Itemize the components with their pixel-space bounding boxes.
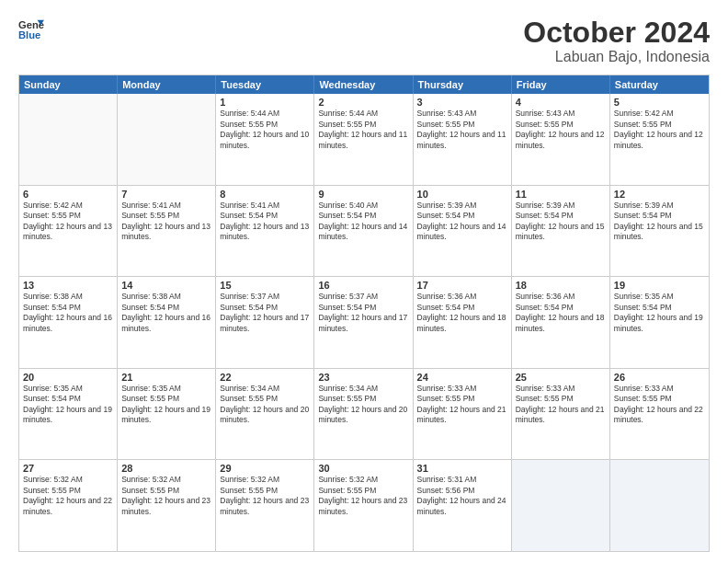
sunset-4: Sunset: 5:55 PM — [516, 120, 606, 130]
day-number-11: 11 — [516, 189, 606, 200]
sunrise-2: Sunrise: 5:44 AM — [318, 109, 408, 119]
cell-info-2: Sunrise: 5:44 AMSunset: 5:55 PMDaylight:… — [318, 109, 408, 151]
sunrise-5: Sunrise: 5:42 AM — [614, 109, 705, 119]
sunset-6: Sunset: 5:55 PM — [23, 211, 113, 221]
sunrise-24: Sunrise: 5:33 AM — [417, 384, 507, 394]
cell-info-9: Sunrise: 5:40 AMSunset: 5:54 PMDaylight:… — [318, 201, 408, 243]
sunrise-9: Sunrise: 5:40 AM — [318, 201, 408, 211]
sunset-24: Sunset: 5:55 PM — [417, 394, 507, 404]
daylight-28: Daylight: 12 hours and 23 minutes. — [121, 496, 211, 517]
day-23: 23Sunrise: 5:34 AMSunset: 5:55 PMDayligh… — [314, 369, 413, 460]
day-number-15: 15 — [220, 280, 310, 291]
day-number-12: 12 — [614, 189, 705, 200]
day-21: 21Sunrise: 5:35 AMSunset: 5:55 PMDayligh… — [118, 369, 216, 460]
day-number-5: 5 — [614, 97, 705, 108]
day-14: 14Sunrise: 5:38 AMSunset: 5:54 PMDayligh… — [118, 277, 216, 368]
cell-info-16: Sunrise: 5:37 AMSunset: 5:54 PMDaylight:… — [318, 292, 408, 334]
sunset-31: Sunset: 5:56 PM — [417, 486, 507, 496]
day-11: 11Sunrise: 5:39 AMSunset: 5:54 PMDayligh… — [512, 186, 610, 277]
week-5: 27Sunrise: 5:32 AMSunset: 5:55 PMDayligh… — [19, 460, 709, 551]
sunrise-12: Sunrise: 5:39 AM — [614, 201, 705, 211]
cell-info-26: Sunrise: 5:33 AMSunset: 5:55 PMDaylight:… — [614, 384, 705, 426]
logo-icon: General Blue — [18, 17, 44, 42]
daylight-11: Daylight: 12 hours and 15 minutes. — [516, 222, 606, 243]
day-12: 12Sunrise: 5:39 AMSunset: 5:54 PMDayligh… — [610, 186, 709, 277]
day-number-8: 8 — [220, 189, 310, 200]
cell-info-3: Sunrise: 5:43 AMSunset: 5:55 PMDaylight:… — [417, 109, 507, 151]
cell-info-4: Sunrise: 5:43 AMSunset: 5:55 PMDaylight:… — [516, 109, 606, 151]
day-number-3: 3 — [417, 97, 507, 108]
day-27: 27Sunrise: 5:32 AMSunset: 5:55 PMDayligh… — [19, 460, 118, 551]
daylight-3: Daylight: 12 hours and 11 minutes. — [417, 130, 507, 151]
day-20: 20Sunrise: 5:35 AMSunset: 5:54 PMDayligh… — [19, 369, 118, 460]
day-10: 10Sunrise: 5:39 AMSunset: 5:54 PMDayligh… — [414, 186, 512, 277]
page: General Blue General Blue October 2024 L… — [0, 0, 728, 563]
day-number-31: 31 — [417, 463, 507, 474]
sunset-13: Sunset: 5:54 PM — [23, 303, 113, 313]
daylight-14: Daylight: 12 hours and 16 minutes. — [121, 313, 211, 334]
sunrise-26: Sunrise: 5:33 AM — [614, 384, 705, 394]
cell-info-12: Sunrise: 5:39 AMSunset: 5:54 PMDaylight:… — [614, 201, 705, 243]
day-25: 25Sunrise: 5:33 AMSunset: 5:55 PMDayligh… — [512, 369, 610, 460]
day-26: 26Sunrise: 5:33 AMSunset: 5:55 PMDayligh… — [610, 369, 709, 460]
day-24: 24Sunrise: 5:33 AMSunset: 5:55 PMDayligh… — [414, 369, 512, 460]
week-3: 13Sunrise: 5:38 AMSunset: 5:54 PMDayligh… — [19, 277, 709, 369]
sunrise-16: Sunrise: 5:37 AM — [318, 292, 408, 302]
week-4: 20Sunrise: 5:35 AMSunset: 5:54 PMDayligh… — [19, 369, 709, 461]
sunset-25: Sunset: 5:55 PM — [516, 394, 606, 404]
sunrise-17: Sunrise: 5:36 AM — [417, 292, 507, 302]
empty-cell-w5-d7 — [610, 460, 709, 551]
sunrise-7: Sunrise: 5:41 AM — [121, 201, 211, 211]
calendar-title: October 2024 — [523, 17, 710, 49]
day-28: 28Sunrise: 5:32 AMSunset: 5:55 PMDayligh… — [118, 460, 216, 551]
sunset-1: Sunset: 5:55 PM — [220, 120, 310, 130]
day-8: 8Sunrise: 5:41 AMSunset: 5:54 PMDaylight… — [216, 186, 314, 277]
day-30: 30Sunrise: 5:32 AMSunset: 5:55 PMDayligh… — [314, 460, 413, 551]
svg-text:Blue: Blue — [18, 29, 40, 40]
sunrise-20: Sunrise: 5:35 AM — [23, 384, 113, 394]
sunrise-30: Sunrise: 5:32 AM — [318, 475, 408, 485]
day-number-17: 17 — [417, 280, 507, 291]
day-3: 3Sunrise: 5:43 AMSunset: 5:55 PMDaylight… — [414, 94, 512, 185]
day-1: 1Sunrise: 5:44 AMSunset: 5:55 PMDaylight… — [216, 94, 314, 185]
sunset-22: Sunset: 5:55 PM — [220, 394, 310, 404]
cell-info-18: Sunrise: 5:36 AMSunset: 5:54 PMDaylight:… — [516, 292, 606, 334]
day-number-25: 25 — [516, 372, 606, 383]
day-7: 7Sunrise: 5:41 AMSunset: 5:55 PMDaylight… — [118, 186, 216, 277]
cell-info-7: Sunrise: 5:41 AMSunset: 5:55 PMDaylight:… — [121, 201, 211, 243]
sunset-19: Sunset: 5:54 PM — [614, 303, 705, 313]
daylight-26: Daylight: 12 hours and 22 minutes. — [614, 405, 705, 426]
sunrise-31: Sunrise: 5:31 AM — [417, 475, 507, 485]
cell-info-6: Sunrise: 5:42 AMSunset: 5:55 PMDaylight:… — [23, 201, 113, 243]
day-number-13: 13 — [23, 280, 113, 291]
sunrise-8: Sunrise: 5:41 AM — [220, 201, 310, 211]
header: General Blue General Blue October 2024 L… — [18, 17, 710, 65]
sunset-26: Sunset: 5:55 PM — [614, 394, 705, 404]
cell-info-21: Sunrise: 5:35 AMSunset: 5:55 PMDaylight:… — [121, 384, 211, 426]
sunset-2: Sunset: 5:55 PM — [318, 120, 408, 130]
day-17: 17Sunrise: 5:36 AMSunset: 5:54 PMDayligh… — [414, 277, 512, 368]
daylight-30: Daylight: 12 hours and 23 minutes. — [318, 496, 408, 517]
title-block: October 2024 Labuan Bajo, Indonesia — [523, 17, 710, 65]
empty-cell-w1-d2 — [118, 94, 216, 185]
daylight-18: Daylight: 12 hours and 18 minutes. — [516, 313, 606, 334]
cell-info-8: Sunrise: 5:41 AMSunset: 5:54 PMDaylight:… — [220, 201, 310, 243]
sunset-28: Sunset: 5:55 PM — [121, 486, 211, 496]
header-wednesday: Wednesday — [314, 75, 413, 94]
day-number-4: 4 — [516, 97, 606, 108]
header-tuesday: Tuesday — [216, 75, 314, 94]
sunset-21: Sunset: 5:55 PM — [121, 394, 211, 404]
daylight-16: Daylight: 12 hours and 17 minutes. — [318, 313, 408, 334]
calendar-subtitle: Labuan Bajo, Indonesia — [523, 49, 710, 65]
sunset-12: Sunset: 5:54 PM — [614, 211, 705, 221]
sunrise-28: Sunrise: 5:32 AM — [121, 475, 211, 485]
sunset-11: Sunset: 5:54 PM — [516, 211, 606, 221]
cell-info-19: Sunrise: 5:35 AMSunset: 5:54 PMDaylight:… — [614, 292, 705, 334]
day-9: 9Sunrise: 5:40 AMSunset: 5:54 PMDaylight… — [314, 186, 413, 277]
sunrise-6: Sunrise: 5:42 AM — [23, 201, 113, 211]
calendar: Sunday Monday Tuesday Wednesday Thursday… — [18, 75, 710, 552]
day-number-28: 28 — [121, 463, 211, 474]
daylight-21: Daylight: 12 hours and 19 minutes. — [121, 405, 211, 426]
day-number-21: 21 — [121, 372, 211, 383]
cell-info-13: Sunrise: 5:38 AMSunset: 5:54 PMDaylight:… — [23, 292, 113, 334]
